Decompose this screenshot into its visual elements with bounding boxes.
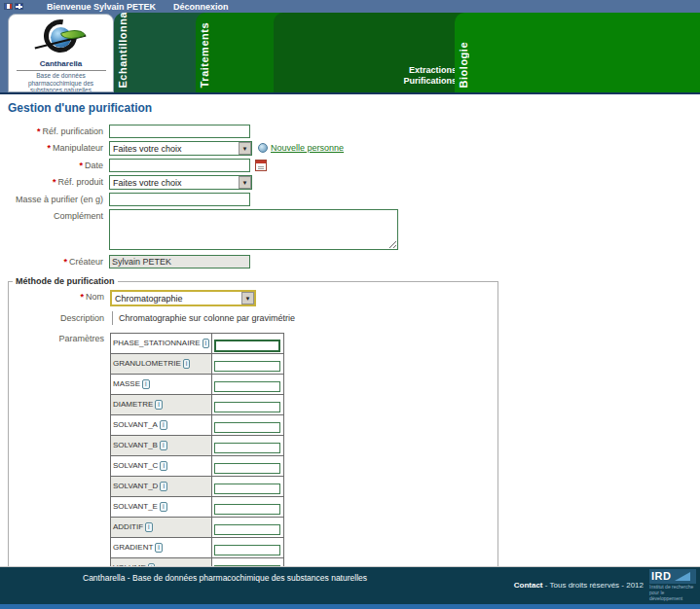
info-icon[interactable]: i xyxy=(160,441,167,450)
info-icon[interactable]: i xyxy=(160,420,167,430)
param-name: SOLVANT_Ci xyxy=(111,456,212,477)
param-row: SOLVANT_Ei xyxy=(111,497,284,518)
param-row: ADDITIFi xyxy=(111,518,284,538)
masse-purifier-input[interactable] xyxy=(109,193,250,206)
info-icon[interactable]: i xyxy=(160,482,167,491)
methode-nom-select[interactable]: Chromatographie ▼ xyxy=(110,290,256,306)
ird-logo: IRD Institut de recherche pour le dévelo… xyxy=(649,569,696,602)
app-tagline-line1: Base de données pharmacochimique des xyxy=(9,72,113,87)
contact-link[interactable]: Contact xyxy=(514,581,543,590)
add-person-icon[interactable] xyxy=(258,143,268,153)
param-solvant-c-input[interactable] xyxy=(214,463,280,474)
tab-biologie-label: Biologie xyxy=(458,42,469,88)
param-solvant-e-input[interactable] xyxy=(214,504,280,515)
param-name: SOLVANT_Ei xyxy=(111,497,212,518)
ref-produit-select-value: Faites votre choix xyxy=(110,178,182,188)
french-flag-icon[interactable] xyxy=(4,3,13,10)
createur-label: *Créateur xyxy=(0,255,109,267)
info-icon[interactable]: i xyxy=(142,379,150,389)
param-solvant-b-input[interactable] xyxy=(214,443,280,453)
tab-echantillonnage-label: Echantillonnage xyxy=(117,0,129,88)
submenu-purifications-link[interactable]: Purifications xyxy=(403,76,457,87)
info-icon[interactable]: i xyxy=(160,461,167,471)
param-additif-input[interactable] xyxy=(214,524,280,535)
footer-right: Contact - Tous droits réservés - 2012 IR… xyxy=(514,569,696,602)
calendar-icon[interactable] xyxy=(255,160,267,171)
param-name: GRANULOMETRIEi xyxy=(111,354,212,375)
info-icon[interactable]: i xyxy=(160,502,167,512)
param-solvant-a-input[interactable] xyxy=(214,422,280,433)
parametres-label: Paramètres xyxy=(9,332,110,343)
methode-purification-fieldset: Méthode de purification *Nom Chromatogra… xyxy=(8,276,498,586)
page-title: Gestion d'une purification xyxy=(0,94,700,115)
ird-subtitle-line2: pour le développement xyxy=(649,591,696,601)
complement-textarea[interactable] xyxy=(109,209,398,250)
info-icon[interactable]: i xyxy=(145,522,153,532)
methode-purification-legend: Méthode de purification xyxy=(13,276,118,286)
app-logo[interactable]: Cantharella Base de données pharmacochim… xyxy=(8,14,114,92)
manipulateur-select-value: Faites votre choix xyxy=(110,144,182,154)
ref-purification-input[interactable] xyxy=(109,125,250,138)
masse-purifier-label: Masse à purifier (en g) xyxy=(0,193,109,204)
info-icon[interactable]: i xyxy=(203,339,210,348)
param-gradient-input[interactable] xyxy=(214,545,280,555)
param-granulometrie-input[interactable] xyxy=(214,361,280,372)
chimie-submenu: Extractions Purifications xyxy=(403,65,457,87)
info-icon[interactable]: i xyxy=(155,543,163,553)
nav-underline xyxy=(0,92,700,94)
param-name: MASSEi xyxy=(111,375,212,395)
parametres-table: PHASE_STATIONNAIREi GRANULOMETRIEi MASSE… xyxy=(110,333,284,579)
footer-app-description: Cantharella - Base de données pharmacoch… xyxy=(83,573,367,583)
footer: Cantharella - Base de données pharmacoch… xyxy=(0,566,700,604)
param-name: PHASE_STATIONNAIREi xyxy=(111,334,212,354)
cantharella-logo-icon xyxy=(36,18,87,58)
createur-field xyxy=(109,255,250,269)
footer-copyright: Contact - Tous droits réservés - 2012 xyxy=(514,581,644,590)
ird-triangle-icon xyxy=(675,572,690,581)
nouvelle-personne-link[interactable]: Nouvelle personne xyxy=(271,141,344,153)
param-row: SOLVANT_Ai xyxy=(111,415,284,436)
param-name: SOLVANT_Ai xyxy=(111,415,212,436)
param-name: DIAMETREi xyxy=(111,395,212,415)
manipulateur-label: *Manipulateur xyxy=(0,141,109,153)
tab-biologie[interactable]: Biologie xyxy=(455,13,700,92)
param-row: GRANULOMETRIEi xyxy=(111,354,284,375)
param-row: SOLVANT_Ci xyxy=(111,456,284,477)
app-name: Cantharella xyxy=(9,59,113,68)
nom-label: *Nom xyxy=(9,290,110,302)
bottom-strip xyxy=(0,604,700,609)
header: Echantillonnage Traitements Extractions … xyxy=(0,0,700,92)
param-name: SOLVANT_Di xyxy=(111,477,212,497)
param-name: GRADIENTi xyxy=(111,538,212,558)
page: Echantillonnage Traitements Extractions … xyxy=(0,0,700,609)
param-diametre-input[interactable] xyxy=(214,402,280,412)
chevron-down-icon: ▼ xyxy=(239,176,251,189)
description-label: Description xyxy=(9,311,110,323)
date-input[interactable] xyxy=(109,159,250,172)
param-solvant-d-input[interactable] xyxy=(214,484,280,494)
manipulateur-select[interactable]: Faites votre choix ▼ xyxy=(109,141,252,156)
param-phase-stationnaire-input[interactable] xyxy=(214,340,280,352)
top-bar: Bienvenue Sylvain PETEK Déconnexion xyxy=(0,0,700,13)
ref-produit-select[interactable]: Faites votre choix ▼ xyxy=(109,175,252,190)
tab-echantillonnage[interactable]: Echantillonnage xyxy=(114,13,207,92)
ref-produit-label: *Réf. produit xyxy=(0,175,109,187)
submenu-extractions-link[interactable]: Extractions xyxy=(403,65,457,76)
param-masse-input[interactable] xyxy=(214,381,280,392)
param-row: SOLVANT_Di xyxy=(111,477,284,497)
main-content: Gestion d'une purification *Réf. purific… xyxy=(0,94,700,566)
param-row: PHASE_STATIONNAIREi xyxy=(111,334,284,354)
info-icon[interactable]: i xyxy=(155,400,163,410)
info-icon[interactable]: i xyxy=(183,359,191,369)
param-row: DIAMETREi xyxy=(111,395,284,415)
logout-link[interactable]: Déconnexion xyxy=(173,2,229,12)
param-name: ADDITIFi xyxy=(111,518,212,538)
tab-extractions-purifications[interactable]: Extractions Purifications xyxy=(274,13,466,92)
english-flag-icon[interactable] xyxy=(15,3,23,10)
methode-nom-select-value: Chromatographie xyxy=(112,294,183,304)
param-row: MASSEi xyxy=(111,375,284,395)
param-name: SOLVANT_Bi xyxy=(111,436,212,456)
description-value: Chromatographie sur colonne par gravimét… xyxy=(112,311,295,325)
tab-traitements[interactable]: Traitements xyxy=(196,13,285,92)
welcome-text: Bienvenue Sylvain PETEK xyxy=(47,2,156,12)
